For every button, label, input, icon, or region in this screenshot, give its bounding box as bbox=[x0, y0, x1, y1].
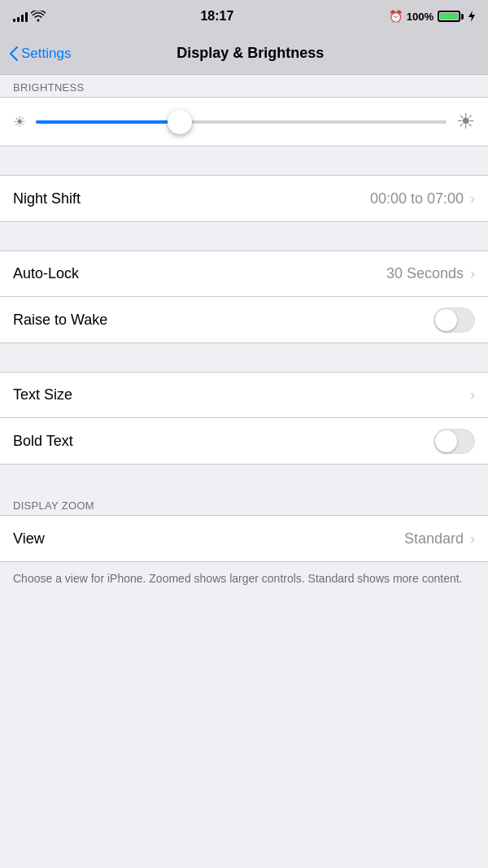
text-group: Text Size › Bold Text bbox=[0, 372, 488, 465]
signal-bars-icon bbox=[13, 11, 28, 22]
lock-wake-group: Auto-Lock 30 Seconds › Raise to Wake bbox=[0, 251, 488, 343]
text-size-label: Text Size bbox=[13, 386, 470, 403]
status-time: 18:17 bbox=[200, 9, 233, 24]
display-zoom-footer: Choose a view for iPhone. Zoomed shows l… bbox=[0, 562, 488, 604]
auto-lock-label: Auto-Lock bbox=[13, 265, 386, 282]
auto-lock-chevron-icon: › bbox=[470, 265, 475, 282]
night-shift-value: 00:00 to 07:00 bbox=[370, 190, 464, 207]
view-chevron-icon: › bbox=[470, 530, 475, 547]
bold-text-label: Bold Text bbox=[13, 433, 434, 450]
page-title: Display & Brightness bbox=[71, 45, 429, 62]
svg-marker-0 bbox=[468, 11, 475, 22]
bold-text-row: Bold Text bbox=[0, 418, 488, 464]
brightness-group: ☀ ☀ bbox=[0, 97, 488, 146]
brightness-section-header: BRIGHTNESS bbox=[0, 75, 488, 97]
raise-to-wake-row: Raise to Wake bbox=[0, 297, 488, 342]
nav-bar: Settings Display & Brightness bbox=[0, 33, 488, 75]
battery-icon bbox=[438, 11, 464, 22]
status-right: ⏰ 100% bbox=[389, 10, 475, 23]
view-label: View bbox=[13, 530, 404, 547]
battery-pct: 100% bbox=[407, 11, 434, 23]
gap-3 bbox=[0, 343, 488, 372]
night-shift-chevron-icon: › bbox=[470, 190, 475, 207]
display-zoom-section-header: DISPLAY ZOOM bbox=[0, 493, 488, 515]
status-left bbox=[13, 11, 46, 22]
raise-to-wake-label: Raise to Wake bbox=[13, 312, 434, 329]
alarm-icon: ⏰ bbox=[389, 10, 403, 23]
sun-small-icon: ☀ bbox=[13, 113, 26, 131]
text-size-row[interactable]: Text Size › bbox=[0, 373, 488, 418]
gap-2 bbox=[0, 222, 488, 251]
gap-4 bbox=[0, 465, 488, 493]
bold-text-toggle-knob bbox=[435, 430, 457, 452]
charging-icon bbox=[468, 11, 475, 22]
view-value: Standard bbox=[404, 530, 464, 547]
raise-to-wake-toggle-knob bbox=[435, 309, 457, 331]
night-shift-row[interactable]: Night Shift 00:00 to 07:00 › bbox=[0, 176, 488, 221]
text-size-chevron-icon: › bbox=[470, 386, 475, 403]
status-bar: 18:17 ⏰ 100% bbox=[0, 0, 488, 33]
raise-to-wake-toggle[interactable] bbox=[434, 308, 475, 333]
slider-thumb[interactable] bbox=[168, 110, 192, 134]
bold-text-toggle[interactable] bbox=[434, 429, 475, 454]
auto-lock-value: 30 Seconds bbox=[386, 265, 464, 282]
night-shift-label: Night Shift bbox=[13, 190, 370, 207]
auto-lock-row[interactable]: Auto-Lock 30 Seconds › bbox=[0, 251, 488, 297]
brightness-slider[interactable] bbox=[36, 120, 447, 124]
view-row[interactable]: View Standard › bbox=[0, 516, 488, 561]
back-button[interactable]: Settings bbox=[10, 46, 71, 62]
back-chevron-icon bbox=[10, 46, 18, 61]
slider-fill bbox=[36, 120, 180, 124]
gap-1 bbox=[0, 146, 488, 175]
wifi-icon bbox=[31, 11, 46, 22]
sun-large-icon: ☀ bbox=[456, 109, 475, 134]
back-label: Settings bbox=[21, 46, 71, 62]
night-shift-group: Night Shift 00:00 to 07:00 › bbox=[0, 175, 488, 222]
display-zoom-group: View Standard › bbox=[0, 515, 488, 562]
brightness-slider-row[interactable]: ☀ ☀ bbox=[0, 98, 488, 146]
